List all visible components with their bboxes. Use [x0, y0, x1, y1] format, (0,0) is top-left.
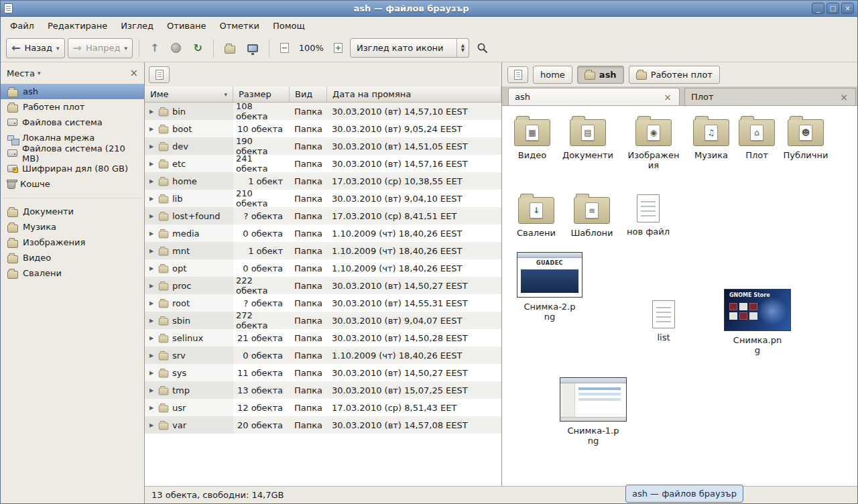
- back-dropdown-icon[interactable]: ▾: [56, 45, 60, 52]
- computer-button[interactable]: [243, 42, 263, 55]
- table-row[interactable]: ▶sbin272 обектаПапка30.03.2010 (вт) 9,04…: [145, 312, 501, 329]
- breadcrumb-desktop[interactable]: Работен плот: [629, 66, 720, 84]
- close-button[interactable]: ×: [841, 3, 854, 14]
- back-button[interactable]: ← Назад ▾: [6, 38, 65, 58]
- column-header-size[interactable]: Размер: [233, 86, 290, 102]
- table-row[interactable]: ▶etc241 обектаПапка30.03.2010 (вт) 14,57…: [145, 155, 501, 172]
- sidebar-item-ash[interactable]: ash: [1, 84, 144, 99]
- icon-view-item[interactable]: list: [637, 298, 690, 342]
- icon-view-item[interactable]: ☻Публични: [779, 114, 833, 160]
- icon-view-item[interactable]: GNOME StoreСнимка.png: [721, 289, 794, 355]
- home-button[interactable]: [220, 40, 240, 56]
- table-row[interactable]: ▶selinux21 обектаПапка30.03.2010 (вт) 14…: [145, 329, 501, 346]
- sidebar-item-filesystem[interactable]: Файлова система: [1, 115, 144, 130]
- table-row[interactable]: ▶bin108 обектаПапка30.03.2010 (вт) 14,57…: [145, 103, 501, 120]
- table-row[interactable]: ▶media0 обектаПапка1.10.2009 (чт) 18,40,…: [145, 225, 501, 242]
- expander-icon[interactable]: ▶: [148, 387, 155, 393]
- maximize-button[interactable]: □: [826, 3, 839, 14]
- breadcrumb-ash[interactable]: ash: [577, 66, 624, 84]
- expander-icon[interactable]: ▶: [148, 283, 155, 289]
- stop-button[interactable]: [166, 40, 186, 56]
- sidebar-title[interactable]: Места: [7, 68, 35, 78]
- forward-dropdown-icon[interactable]: ▾: [124, 45, 127, 52]
- expander-icon[interactable]: ▶: [148, 300, 155, 306]
- table-row[interactable]: ▶tmp13 обектаПапка30.03.2010 (вт) 15,07,…: [145, 381, 501, 399]
- table-row[interactable]: ▶lib210 обектаПапка30.03.2010 (вт) 9,04,…: [145, 190, 501, 207]
- expander-icon[interactable]: ▶: [148, 422, 155, 428]
- table-row[interactable]: ▶opt0 обектаПапка1.10.2009 (чт) 18,40,26…: [145, 259, 501, 277]
- reload-button[interactable]: ↻: [188, 39, 206, 57]
- icon-view-item[interactable]: ⌂Плот: [730, 114, 784, 160]
- tab-close-icon[interactable]: ×: [839, 92, 849, 103]
- pathbar-toggle-button[interactable]: [507, 66, 528, 83]
- sidebar-close-icon[interactable]: ×: [129, 67, 138, 79]
- expander-icon[interactable]: ▶: [148, 248, 155, 254]
- search-button[interactable]: [472, 38, 493, 58]
- menu-item-0[interactable]: Файл: [3, 18, 41, 34]
- menu-item-4[interactable]: Отметки: [212, 18, 265, 34]
- icon-view-item[interactable]: Снимка-1.png: [556, 377, 630, 446]
- sidebar-item-filesystem-210mb[interactable]: Файлова система (210 MB): [1, 145, 144, 161]
- column-header-name[interactable]: Име ▾: [145, 86, 233, 102]
- expander-icon[interactable]: ▶: [148, 213, 155, 219]
- table-row[interactable]: ▶boot10 обектаПапка30.03.2010 (вт) 9,05,…: [145, 120, 501, 137]
- tab-desktop[interactable]: Плот ×: [684, 88, 856, 105]
- table-row[interactable]: ▶root? обектаПапка30.03.2010 (вт) 14,55,…: [145, 294, 501, 312]
- menu-item-3[interactable]: Отиване: [160, 18, 212, 34]
- sidebar-item-desktop[interactable]: Работен плот: [1, 99, 144, 115]
- expander-icon[interactable]: ▶: [148, 335, 155, 341]
- expander-icon[interactable]: ▶: [148, 405, 155, 411]
- sidebar-item-documents[interactable]: Документи: [1, 204, 144, 219]
- expander-icon[interactable]: ▶: [148, 126, 155, 132]
- sidebar-item-pictures[interactable]: Изображения: [1, 235, 144, 250]
- icon-view-item[interactable]: ◉Изображения: [627, 114, 680, 170]
- icon-view-item[interactable]: нов файл: [621, 192, 675, 237]
- expander-icon[interactable]: ▶: [148, 178, 155, 184]
- sidebar-item-video[interactable]: Видео: [1, 250, 144, 265]
- icon-view-item[interactable]: ▤Документи: [561, 114, 615, 160]
- table-row[interactable]: ▶sys11 обектаПапка30.03.2010 (вт) 14,50,…: [145, 364, 501, 381]
- minimize-button[interactable]: _: [812, 3, 824, 14]
- sidebar-item-encrypted-80gb[interactable]: Шифриран дял (80 GB): [1, 161, 144, 176]
- view-mode-select[interactable]: Изглед като икони ▲▼: [350, 38, 469, 58]
- zoom-in-button[interactable]: +: [329, 40, 347, 56]
- table-row[interactable]: ▶lost+found? обектаПапка17.03.2010 (ср) …: [145, 207, 501, 225]
- tab-close-icon[interactable]: ×: [662, 92, 673, 103]
- up-button[interactable]: ↑: [145, 39, 164, 57]
- table-row[interactable]: ▶home1 обектПапка17.03.2010 (ср) 10,38,5…: [145, 172, 501, 190]
- icon-view-item[interactable]: ≡Шаблони: [565, 192, 619, 238]
- expander-icon[interactable]: ▶: [148, 109, 155, 115]
- sidebar-item-trash[interactable]: Кошче: [1, 176, 144, 192]
- expander-icon[interactable]: ▶: [148, 265, 155, 271]
- icon-view-item[interactable]: GUADECСнимка-2.png: [513, 252, 587, 322]
- expander-icon[interactable]: ▶: [148, 318, 155, 324]
- menu-item-2[interactable]: Изглед: [114, 18, 160, 34]
- table-row[interactable]: ▶proc222 обектаПапка30.03.2010 (вт) 14,5…: [145, 277, 501, 294]
- expander-icon[interactable]: ▶: [148, 196, 155, 202]
- table-row[interactable]: ▶var20 обектаПапка30.03.2010 (вт) 14,57,…: [145, 416, 501, 434]
- table-row[interactable]: ▶usr12 обектаПапка17.03.2010 (ср) 8,51,4…: [145, 399, 501, 416]
- expander-icon[interactable]: ▶: [148, 353, 155, 359]
- forward-button[interactable]: → Напред ▾: [68, 38, 133, 58]
- expander-icon[interactable]: ▶: [148, 231, 155, 237]
- icon-view-item[interactable]: ↓Свалени: [509, 192, 563, 238]
- icon-view-item[interactable]: ▦Видео: [505, 114, 559, 160]
- tab-ash[interactable]: ash ×: [508, 88, 680, 105]
- table-row[interactable]: ▶dev190 обектаПапка30.03.2010 (вт) 14,51…: [145, 137, 501, 155]
- sidebar-item-music[interactable]: Музика: [1, 219, 144, 235]
- menu-item-1[interactable]: Редактиране: [41, 18, 114, 34]
- expander-icon[interactable]: ▶: [148, 370, 155, 376]
- expander-icon[interactable]: ▶: [148, 161, 155, 167]
- table-row[interactable]: ▶mnt1 обектПапка1.10.2009 (чт) 18,40,26 …: [145, 242, 501, 259]
- menu-item-5[interactable]: Помощ: [266, 18, 312, 34]
- sidebar-item-downloads[interactable]: Свалени: [1, 265, 144, 281]
- location-toggle-button[interactable]: [149, 66, 170, 83]
- expander-icon[interactable]: ▶: [148, 143, 155, 149]
- column-header-modified[interactable]: Дата на промяна: [327, 86, 501, 102]
- combo-spinner-icon[interactable]: ▲▼: [456, 39, 469, 57]
- column-header-type[interactable]: Вид: [290, 86, 327, 102]
- table-row[interactable]: ▶srv0 обектаПапка1.10.2009 (чт) 18,40,26…: [145, 346, 501, 364]
- breadcrumb-home[interactable]: home: [533, 66, 572, 84]
- taskbar-window-button[interactable]: ash — файлов браузър: [625, 485, 743, 503]
- zoom-out-button[interactable]: −: [275, 40, 294, 56]
